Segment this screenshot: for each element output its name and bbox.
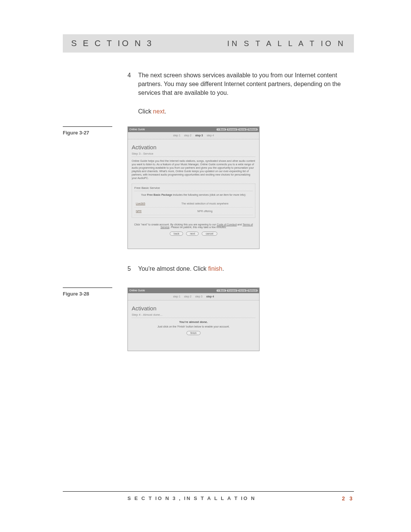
figure-328-main: Online Guide < Back Forward Home Refresh… (127, 288, 354, 366)
wizard-step-1[interactable]: step 1 (173, 134, 180, 137)
service-npr-desc: NPR offering (159, 210, 251, 212)
figure-328-side: Figure 3-28 (63, 288, 127, 366)
fbs-desc-post: includes the following services (click o… (172, 193, 246, 196)
figure-328-label: Figure 3-28 (63, 288, 112, 297)
activation-subheading: Step 3 - Service (132, 152, 255, 157)
wizard-steps-row: step 1 step 2 step 3 step 4 (128, 132, 259, 139)
wizard-buttons: back next cancel (132, 232, 255, 236)
fbs-desc-bold: Free Basic Package (147, 193, 172, 196)
titlebar-forward-button-2[interactable]: Forward (227, 289, 237, 292)
click-prefix: Click (138, 108, 153, 115)
screenshot-body-2: Activation Step 4 - Almost done... You'r… (128, 300, 259, 338)
figure-327-side: Figure 3-27 (63, 126, 127, 284)
step-5-pre: You're almost done. Click (138, 265, 208, 272)
fbs-desc-pre: Your (141, 193, 147, 196)
step-4-number: 4 (127, 71, 138, 97)
window-title-buttons: < Back Forward Home Refresh (217, 128, 258, 131)
next-link: next (153, 108, 164, 115)
wizard-step-3[interactable]: step 3 (195, 134, 203, 137)
activation-subheading-2: Step 4 - Almost done... (132, 313, 255, 318)
wizard-buttons-2: finish (132, 331, 255, 335)
wizard-step-3b[interactable]: step 3 (195, 295, 202, 298)
titlebar-back-button[interactable]: < Back (217, 128, 226, 131)
main-column: 4 The next screen shows services availab… (127, 71, 354, 126)
agreement-text: Click "next" to create account. By click… (134, 223, 253, 228)
step-5-text: You're almost done. Click finish. (138, 264, 354, 273)
free-basic-service-box: Free Basic Service Your Free Basic Packa… (132, 184, 255, 218)
service-row-live365: Live365 The widest selection of music an… (134, 200, 253, 208)
agree-pre: Click "next" to create account. By click… (134, 223, 217, 226)
titlebar-home-button[interactable]: Home (238, 128, 247, 131)
body-area: 4 The next screen shows services availab… (63, 71, 354, 126)
back-button[interactable]: back (170, 232, 183, 236)
header-title: IN S T A L L A T IO N (227, 39, 346, 48)
titlebar-refresh-button[interactable]: Refresh (247, 128, 258, 131)
window-title-2: Online Guide (129, 289, 145, 292)
wizard-steps-row-2: step 1 step 2 step 3 step 4 (128, 293, 259, 300)
step-4-text: The next screen shows services available… (138, 71, 354, 97)
wizard-step-2b[interactable]: step 2 (184, 295, 191, 298)
step-5-number: 5 (127, 264, 138, 273)
free-basic-service-desc: Your Free Basic Package includes the fol… (134, 193, 253, 196)
free-basic-service-title: Free Basic Service (134, 186, 253, 191)
service-live365-link[interactable]: Live365 (136, 202, 159, 205)
wizard-step-4[interactable]: step 4 (207, 134, 214, 137)
wizard-step-4b[interactable]: step 4 (206, 295, 214, 298)
agree-post: . Please be patient, this may take a few… (169, 226, 226, 228)
service-row-npr: NPR NPR offering (134, 208, 253, 215)
cancel-button[interactable]: cancel (202, 232, 217, 236)
screenshot-body: Activation Step 3 - Service Online Guide… (128, 139, 259, 239)
window-title-buttons-2: < Back Forward Home Refresh (217, 289, 258, 292)
titlebar-refresh-button-2[interactable]: Refresh (247, 289, 258, 292)
figure-327-row: Figure 3-27 Online Guide < Back Forward … (63, 126, 354, 284)
figure-327-label: Figure 3-27 (63, 126, 112, 136)
code-of-conduct-link[interactable]: Code of Conduct (217, 223, 237, 226)
activation-heading: Activation (132, 144, 255, 150)
window-title-bar-2: Online Guide < Back Forward Home Refresh (128, 288, 259, 293)
titlebar-forward-button[interactable]: Forward (227, 128, 237, 131)
finish-button[interactable]: finish (186, 331, 200, 335)
page-footer: S E C T IO N 3 , IN S T A L L A T IO N 2… (63, 491, 354, 502)
step-4-click-line: Click next. (138, 108, 354, 115)
step-5-post: . (222, 265, 224, 272)
titlebar-home-button-2[interactable]: Home (238, 289, 247, 292)
page-header: S E C T IO N 3 IN S T A L L A T IO N (63, 34, 354, 53)
screenshot-activation-step4: Online Guide < Back Forward Home Refresh… (127, 288, 260, 351)
step-5: 5 You're almost done. Click finish. (127, 264, 354, 273)
figure-327-main: Online Guide < Back Forward Home Refresh… (127, 126, 354, 284)
next-button[interactable]: next (186, 232, 199, 236)
service-npr-link[interactable]: NPR (136, 210, 159, 212)
page-number: 2 3 (342, 495, 354, 502)
service-live365-desc: The widest selection of music anywhere (159, 202, 251, 205)
window-title-bar: Online Guide < Back Forward Home Refresh (128, 127, 259, 132)
screenshot-activation-step3: Online Guide < Back Forward Home Refresh… (127, 126, 260, 249)
wizard-step-1b[interactable]: step 1 (173, 295, 180, 298)
titlebar-back-button-2[interactable]: < Back (217, 289, 226, 292)
click-suffix: . (164, 108, 166, 115)
step-4: 4 The next screen shows services availab… (127, 71, 354, 97)
finish-link: finish (208, 265, 222, 272)
almost-done-desc: Just click on the 'Finish' button below … (132, 325, 255, 328)
agree-mid: and (237, 223, 242, 226)
activation-paragraph: Online Guide helps you find the Internet… (132, 159, 255, 180)
footer-section-title: S E C T IO N 3 , IN S T A L L A T IO N (127, 495, 256, 502)
wizard-step-2[interactable]: step 2 (184, 134, 191, 137)
almost-done-title: You're almost done. (132, 320, 255, 324)
page: S E C T IO N 3 IN S T A L L A T IO N 4 T… (0, 0, 411, 532)
activation-heading-2: Activation (132, 305, 255, 312)
window-title: Online Guide (129, 128, 145, 131)
figure-328-row: Figure 3-28 Online Guide < Back Forward … (63, 288, 354, 366)
header-section: S E C T IO N 3 (71, 38, 153, 48)
left-gutter (63, 71, 127, 126)
